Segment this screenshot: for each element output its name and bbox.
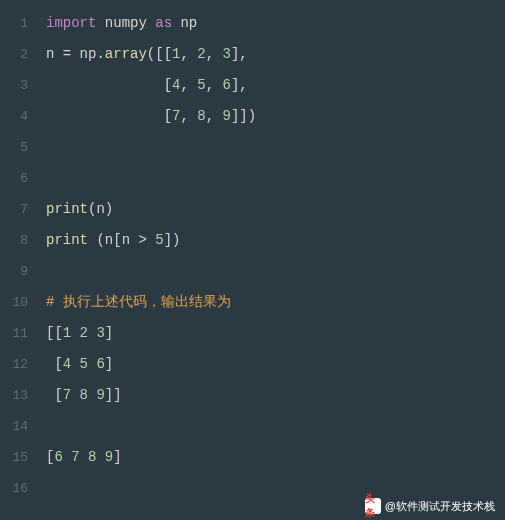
line-number: 9 xyxy=(0,256,38,287)
code-token: n xyxy=(122,232,139,248)
code-token: , xyxy=(180,108,197,124)
code-editor: 12345678910111213141516 import numpy as … xyxy=(0,0,505,520)
code-token: ]]) xyxy=(231,108,256,124)
line-number: 15 xyxy=(0,442,38,473)
line-number-gutter: 12345678910111213141516 xyxy=(0,0,38,520)
line-number: 6 xyxy=(0,163,38,194)
code-token: ] xyxy=(105,325,113,341)
line-number: 14 xyxy=(0,411,38,442)
code-line xyxy=(46,132,505,163)
code-token: 3 xyxy=(223,46,231,62)
code-token: 6 7 8 9 xyxy=(54,449,113,465)
code-token xyxy=(46,108,164,124)
code-token: import xyxy=(46,15,96,31)
code-line: print(n) xyxy=(46,194,505,225)
code-token: ], xyxy=(231,77,248,93)
line-number: 4 xyxy=(0,101,38,132)
watermark-icon: 头条 xyxy=(365,498,381,514)
code-token: [ xyxy=(164,77,172,93)
line-number: 3 xyxy=(0,70,38,101)
code-token: ] xyxy=(113,449,121,465)
code-token: , xyxy=(180,77,197,93)
code-token: np xyxy=(71,46,96,62)
code-token: 8 xyxy=(197,108,205,124)
code-token: n xyxy=(105,232,113,248)
code-token: , xyxy=(206,108,223,124)
code-token: [ xyxy=(54,356,62,372)
code-token: 6 xyxy=(222,77,230,93)
line-number: 16 xyxy=(0,473,38,504)
code-line: # 执行上述代码，输出结果为 xyxy=(46,287,505,318)
code-token: ]] xyxy=(105,387,122,403)
code-line: [7 8 9]] xyxy=(46,380,505,411)
code-token: # 执行上述代码，输出结果为 xyxy=(46,294,231,310)
code-line: import numpy as np xyxy=(46,8,505,39)
line-number: 13 xyxy=(0,380,38,411)
code-token xyxy=(46,77,164,93)
code-token: n xyxy=(46,46,63,62)
code-line xyxy=(46,163,505,194)
code-token: , xyxy=(206,46,223,62)
code-token: np xyxy=(172,15,197,31)
code-token: ], xyxy=(231,46,248,62)
code-token: , xyxy=(180,46,197,62)
code-token: numpy xyxy=(96,15,155,31)
code-line: n = np.array([[1, 2, 3], xyxy=(46,39,505,70)
code-token: [[ xyxy=(46,325,63,341)
code-token: ) xyxy=(105,201,113,217)
code-token: > xyxy=(138,232,146,248)
code-token: print xyxy=(46,232,88,248)
code-line xyxy=(46,411,505,442)
code-token: 5 xyxy=(155,232,163,248)
code-line: [6 7 8 9] xyxy=(46,442,505,473)
line-number: 7 xyxy=(0,194,38,225)
code-token: ]) xyxy=(164,232,181,248)
code-token: n xyxy=(96,201,104,217)
code-token: [ xyxy=(54,387,62,403)
code-token: 1 2 3 xyxy=(63,325,105,341)
line-number: 2 xyxy=(0,39,38,70)
code-token: 2 xyxy=(197,46,205,62)
line-number: 1 xyxy=(0,8,38,39)
code-line xyxy=(46,256,505,287)
watermark-label: @软件测试开发技术栈 xyxy=(385,499,495,514)
code-token: ] xyxy=(105,356,113,372)
code-token: = xyxy=(63,46,71,62)
line-number: 8 xyxy=(0,225,38,256)
line-number: 10 xyxy=(0,287,38,318)
code-token: , xyxy=(206,77,223,93)
code-content-area[interactable]: import numpy as npn = np.array([[1, 2, 3… xyxy=(38,0,505,520)
code-line: print (n[n > 5]) xyxy=(46,225,505,256)
code-line: [7, 8, 9]]) xyxy=(46,101,505,132)
code-token: ([[ xyxy=(147,46,172,62)
code-token: ( xyxy=(96,232,104,248)
code-token: [ xyxy=(164,108,172,124)
code-token: 7 8 9 xyxy=(63,387,105,403)
code-line: [4, 5, 6], xyxy=(46,70,505,101)
code-token: 5 xyxy=(197,77,205,93)
watermark: 头条 @软件测试开发技术栈 xyxy=(365,498,495,514)
code-token: [ xyxy=(113,232,121,248)
line-number: 12 xyxy=(0,349,38,380)
code-token: 4 5 6 xyxy=(63,356,105,372)
code-token: as xyxy=(155,15,172,31)
code-token: array xyxy=(105,46,147,62)
code-token: . xyxy=(96,46,104,62)
line-number: 11 xyxy=(0,318,38,349)
code-token xyxy=(147,232,155,248)
line-number: 5 xyxy=(0,132,38,163)
code-token: 9 xyxy=(222,108,230,124)
code-line: [[1 2 3] xyxy=(46,318,505,349)
code-line: [4 5 6] xyxy=(46,349,505,380)
code-token: print xyxy=(46,201,88,217)
